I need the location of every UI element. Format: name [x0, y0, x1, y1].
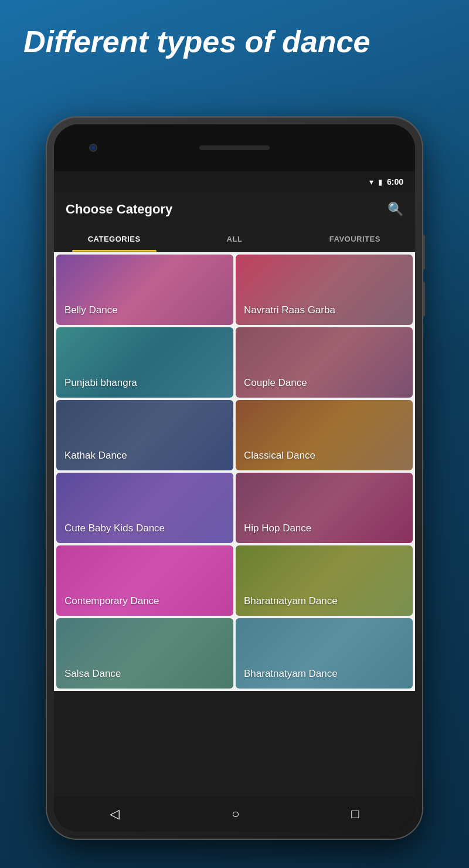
power-button [423, 282, 425, 317]
category-card-punjabi[interactable]: Punjabi bhangra [56, 327, 233, 398]
category-card-contemporary[interactable]: Contemporary Dance [56, 545, 233, 616]
category-label-navratri: Navratri Raas Garba [244, 304, 335, 317]
phone-device: ▾ ▮ 6:00 Choose Category 🔍 CATEGORIES [47, 117, 422, 839]
category-card-bharatnatyam2[interactable]: Bharatnatyam Dance [236, 618, 413, 689]
front-camera [89, 144, 97, 152]
category-label-bharatnatyam2: Bharatnatyam Dance [244, 667, 338, 680]
status-bar: ▾ ▮ 6:00 [54, 171, 415, 192]
category-card-navratri[interactable]: Navratri Raas Garba [236, 255, 413, 325]
category-label-couple: Couple Dance [244, 377, 307, 389]
app-content: Choose Category 🔍 CATEGORIES ALL FAVOURI… [54, 192, 415, 796]
category-card-hiphop[interactable]: Hip Hop Dance [236, 473, 413, 543]
tab-favourites[interactable]: FAVOURITES [295, 226, 415, 252]
app-title: Choose Category [66, 202, 172, 217]
page-hero-title: Different types of dance [0, 0, 469, 72]
category-label-belly-dance: Belly Dance [64, 304, 118, 317]
wifi-icon: ▾ [369, 177, 373, 187]
category-card-couple[interactable]: Couple Dance [236, 327, 413, 398]
categories-grid: Belly DanceNavratri Raas GarbaPunjabi bh… [54, 252, 415, 691]
category-label-cutebaby: Cute Baby Kids Dance [64, 522, 165, 535]
phone-top-bar [54, 124, 415, 171]
category-label-classical: Classical Dance [244, 449, 315, 462]
battery-icon: ▮ [378, 178, 382, 187]
tabs-bar: CATEGORIES ALL FAVOURITES [54, 226, 415, 252]
category-card-belly-dance[interactable]: Belly Dance [56, 255, 233, 325]
category-card-salsa[interactable]: Salsa Dance [56, 618, 233, 689]
category-label-kathak: Kathak Dance [64, 449, 127, 462]
status-time: 6:00 [387, 177, 403, 187]
tab-categories[interactable]: CATEGORIES [54, 226, 174, 252]
home-button[interactable]: ○ [220, 802, 251, 826]
volume-button [423, 235, 425, 270]
category-label-contemporary: Contemporary Dance [64, 595, 159, 608]
category-card-cutebaby[interactable]: Cute Baby Kids Dance [56, 473, 233, 543]
recent-apps-button[interactable]: □ [339, 802, 371, 826]
back-button[interactable]: ◁ [98, 802, 131, 826]
category-label-salsa: Salsa Dance [64, 667, 121, 680]
earpiece-speaker [199, 145, 270, 150]
category-card-classical[interactable]: Classical Dance [236, 400, 413, 470]
category-label-bharatnatyam: Bharatnatyam Dance [244, 595, 338, 608]
app-header: Choose Category 🔍 [54, 192, 415, 226]
category-card-kathak[interactable]: Kathak Dance [56, 400, 233, 470]
category-label-hiphop: Hip Hop Dance [244, 522, 311, 535]
bottom-navigation: ◁ ○ □ [54, 796, 415, 832]
category-card-bharatnatyam[interactable]: Bharatnatyam Dance [236, 545, 413, 616]
category-label-punjabi: Punjabi bhangra [64, 377, 137, 389]
search-button[interactable]: 🔍 [388, 202, 403, 217]
tab-all[interactable]: ALL [174, 226, 294, 252]
